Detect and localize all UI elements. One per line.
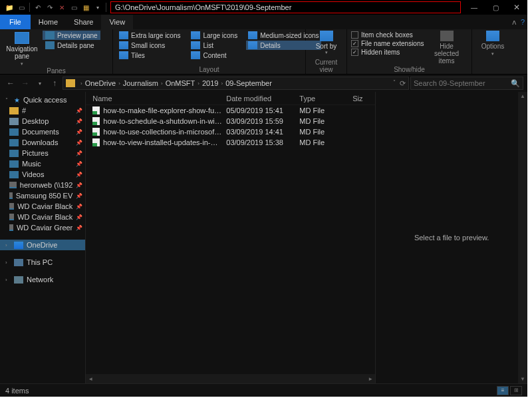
videos-icon: [9, 171, 19, 178]
sidebar-onedrive[interactable]: ›OneDrive: [0, 240, 85, 250]
sidebar-quick-access[interactable]: ˅★Quick access: [0, 95, 85, 105]
maximize-button[interactable]: ▢: [485, 0, 506, 15]
help-icon[interactable]: ?: [521, 18, 525, 26]
layout-extra-large-icons[interactable]: Extra large icons: [117, 31, 182, 40]
network-drive-icon: [9, 182, 17, 188]
column-type[interactable]: Type: [295, 95, 348, 102]
vertical-scrollbar[interactable]: ▲ ▼: [518, 92, 527, 383]
menu-bar: File Home Share View ʌ ?: [0, 15, 527, 29]
sidebar-item-network-drive[interactable]: heronweb (\\192📌: [0, 180, 85, 190]
sidebar-item-documents[interactable]: Documents📌: [0, 126, 85, 137]
scroll-track[interactable]: [95, 374, 366, 383]
sidebar-network[interactable]: ›Network: [0, 274, 85, 285]
sidebar-item[interactable]: #📌: [0, 105, 85, 116]
column-name[interactable]: Name: [86, 95, 222, 102]
hidden-items-toggle[interactable]: ✓Hidden items: [351, 48, 424, 57]
tab-file[interactable]: File: [0, 15, 31, 29]
details-pane-button[interactable]: Details pane: [43, 41, 100, 50]
redo-icon[interactable]: ↷: [45, 2, 55, 13]
file-name-extensions-toggle[interactable]: ✓File name extensions: [351, 39, 424, 48]
layout-tiles[interactable]: Tiles: [117, 51, 182, 60]
icon: [191, 51, 200, 59]
layout-small-icons[interactable]: Small icons: [117, 41, 182, 50]
crumb-onedrive[interactable]: OneDrive: [85, 79, 116, 87]
scroll-right-icon[interactable]: ►: [366, 374, 375, 383]
file-row[interactable]: how-to-view-installed-updates-in-windo..…: [86, 137, 375, 148]
sort-by-button[interactable]: Sort by ▾: [313, 31, 340, 55]
options-button[interactable]: Options ▾: [476, 31, 509, 57]
drive-icon: [9, 214, 14, 220]
label: Network: [27, 276, 53, 284]
pin-icon: 📌: [76, 129, 82, 135]
collapse-ribbon-icon[interactable]: ʌ: [512, 18, 517, 27]
hide-selected-button[interactable]: Hide selected items: [428, 31, 466, 65]
crumb-onmsft[interactable]: OnMSFT: [166, 79, 196, 87]
tab-view[interactable]: View: [101, 15, 133, 29]
folder-icon: [66, 79, 75, 87]
new-folder-icon[interactable]: ▦: [80, 2, 91, 13]
search-input[interactable]: Search 09-September 🔍: [410, 77, 523, 90]
rename-icon[interactable]: ▭: [68, 2, 79, 13]
thumbnails-view-button[interactable]: ⊞: [510, 386, 522, 395]
file-rows[interactable]: how-to-make-file-explorer-show-full-pa..…: [86, 105, 375, 374]
chevron-right-icon[interactable]: ›: [118, 81, 120, 87]
scroll-down-icon[interactable]: ▼: [520, 376, 525, 382]
details-view-button[interactable]: ≡: [497, 386, 509, 395]
sidebar-item-drive[interactable]: Samsung 850 EV📌: [0, 190, 85, 201]
undo-icon[interactable]: ↶: [33, 2, 43, 13]
label: Options: [481, 43, 504, 50]
chevron-right-icon[interactable]: ›: [161, 81, 163, 87]
chevron-right-icon[interactable]: ›: [80, 81, 82, 87]
horizontal-scrollbar[interactable]: ◄ ►: [86, 374, 375, 383]
file-row[interactable]: how-to-use-collections-in-microsoft-ed..…: [86, 126, 375, 137]
sidebar-item-music[interactable]: Music📌: [0, 158, 85, 169]
file-row[interactable]: how-to-make-file-explorer-show-full-pa..…: [86, 105, 375, 116]
icon: [119, 41, 128, 49]
back-button[interactable]: ←: [4, 77, 17, 90]
sidebar-item-videos[interactable]: Videos📌: [0, 169, 85, 180]
chevron-right-icon[interactable]: ›: [221, 81, 223, 87]
file-name: how-to-view-installed-updates-in-windo..…: [103, 138, 222, 146]
title-path-input[interactable]: [110, 1, 461, 13]
file-name: how-to-make-file-explorer-show-full-pa..…: [103, 106, 222, 114]
breadcrumb[interactable]: › OneDrive› Journalism› OnMSFT› 2019› 09…: [63, 77, 409, 90]
minimize-button[interactable]: ―: [464, 0, 485, 15]
sidebar-item-drive[interactable]: WD Caviar Black📌: [0, 212, 85, 222]
crumb-2019[interactable]: 2019: [202, 79, 218, 87]
column-size[interactable]: Siz: [348, 95, 375, 102]
chevron-right-icon[interactable]: ›: [198, 81, 200, 87]
forward-button[interactable]: →: [19, 77, 32, 90]
sidebar-this-pc[interactable]: ›This PC: [0, 257, 85, 268]
sidebar-item-downloads[interactable]: Downloads📌: [0, 137, 85, 148]
sidebar-item-desktop[interactable]: Desktop📌: [0, 116, 85, 126]
delete-icon[interactable]: ✕: [57, 2, 67, 13]
sidebar-item-pictures[interactable]: Pictures📌: [0, 148, 85, 158]
file-row[interactable]: how-to-schedule-a-shutdown-in-windo... 0…: [86, 116, 375, 126]
preview-pane-button[interactable]: Preview pane: [43, 31, 100, 40]
scroll-up-icon[interactable]: ▲: [520, 93, 525, 99]
up-button[interactable]: ↑: [48, 77, 61, 90]
ribbon-controls: ʌ ?: [512, 15, 525, 29]
navigation-sidebar[interactable]: ˅★Quick access #📌 Desktop📌 Documents📌 Do…: [0, 92, 86, 383]
item-check-boxes-toggle[interactable]: Item check boxes: [351, 31, 424, 39]
label: Navigation pane: [4, 45, 40, 60]
address-dropdown-icon[interactable]: ˅: [393, 79, 396, 88]
sidebar-item-drive[interactable]: WD Caviar Greer📌: [0, 222, 85, 233]
layout-large-icons[interactable]: Large icons: [189, 31, 239, 40]
refresh-icon[interactable]: ⟳: [400, 79, 406, 88]
scroll-left-icon[interactable]: ◄: [86, 374, 95, 383]
tab-share[interactable]: Share: [66, 15, 101, 29]
layout-list[interactable]: List: [189, 41, 239, 50]
navigation-pane-button[interactable]: Navigation pane ▾: [4, 31, 40, 67]
close-button[interactable]: ✕: [506, 0, 527, 15]
label: Pictures: [22, 149, 49, 157]
crumb-09-september[interactable]: 09-September: [225, 79, 272, 87]
tab-home[interactable]: Home: [31, 15, 66, 29]
qat-dropdown-icon[interactable]: ▾: [92, 2, 103, 13]
column-date[interactable]: Date modified: [222, 95, 295, 102]
recent-dropdown[interactable]: ▾: [33, 77, 47, 90]
sidebar-item-drive[interactable]: WD Caviar Black📌: [0, 201, 85, 212]
crumb-journalism[interactable]: Journalism: [123, 79, 158, 87]
layout-content[interactable]: Content: [189, 51, 239, 60]
properties-icon[interactable]: ▭: [16, 2, 27, 13]
